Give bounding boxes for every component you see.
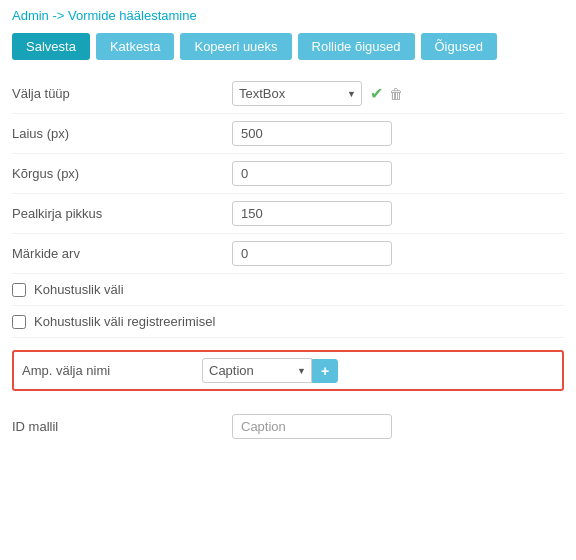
- required-reg-checkbox[interactable]: [12, 315, 26, 329]
- amp-field-plus-button[interactable]: +: [312, 359, 338, 383]
- required-checkbox[interactable]: [12, 283, 26, 297]
- breadcrumb: Admin -> Vormide häälestamine: [0, 0, 576, 27]
- cancel-button[interactable]: Katkesta: [96, 33, 175, 60]
- save-button[interactable]: Salvesta: [12, 33, 90, 60]
- height-input[interactable]: [232, 161, 392, 186]
- rights-button[interactable]: Õigused: [421, 33, 497, 60]
- id-template-label: ID mallil: [12, 419, 232, 434]
- check-icon: ✔: [370, 84, 383, 103]
- height-row: Kõrgus (px): [12, 154, 564, 194]
- title-length-input[interactable]: [232, 201, 392, 226]
- title-length-row: Pealkirja pikkus: [12, 194, 564, 234]
- field-type-select-wrapper: TextBox TextArea Checkbox Select Date: [232, 81, 362, 106]
- required-reg-row: Kohustuslik väli registreerimisel: [12, 306, 564, 338]
- field-type-select[interactable]: TextBox TextArea Checkbox Select Date: [232, 81, 362, 106]
- breadcrumb-page: Vormide häälestamine: [68, 8, 197, 23]
- field-type-label: Välja tüüp: [12, 86, 232, 101]
- roles-button[interactable]: Rollide õigused: [298, 33, 415, 60]
- trash-icon[interactable]: 🗑: [389, 86, 403, 102]
- field-type-row: Välja tüüp TextBox TextArea Checkbox Sel…: [12, 74, 564, 114]
- form-section: Välja tüüp TextBox TextArea Checkbox Sel…: [0, 70, 576, 450]
- amp-field-highlighted: Amp. välja nimi Caption Name Email Phone…: [12, 350, 564, 391]
- char-count-input[interactable]: [232, 241, 392, 266]
- required-row: Kohustuslik väli: [12, 274, 564, 306]
- amp-field-row: Amp. välja nimi Caption Name Email Phone…: [12, 342, 564, 399]
- field-type-wrapper: TextBox TextArea Checkbox Select Date ✔ …: [232, 81, 403, 106]
- breadcrumb-arrow: ->: [52, 8, 68, 23]
- amp-field-label: Amp. välja nimi: [22, 363, 202, 378]
- required-label: Kohustuslik väli: [34, 282, 124, 297]
- char-count-label: Märkide arv: [12, 246, 232, 261]
- width-input[interactable]: [232, 121, 392, 146]
- char-count-row: Märkide arv: [12, 234, 564, 274]
- toolbar: Salvesta Katkesta Kopeeri uueks Rollide …: [0, 27, 576, 70]
- height-label: Kõrgus (px): [12, 166, 232, 181]
- required-reg-label: Kohustuslik väli registreerimisel: [34, 314, 215, 329]
- amp-field-select[interactable]: Caption Name Email Phone: [202, 358, 312, 383]
- copy-button[interactable]: Kopeeri uueks: [180, 33, 291, 60]
- width-label: Laius (px): [12, 126, 232, 141]
- amp-select-inner: Caption Name Email Phone: [202, 358, 312, 383]
- title-length-label: Pealkirja pikkus: [12, 206, 232, 221]
- amp-field-select-wrapper: Caption Name Email Phone +: [202, 358, 338, 383]
- id-template-row: ID mallil: [12, 407, 564, 446]
- breadcrumb-admin: Admin: [12, 8, 49, 23]
- width-row: Laius (px): [12, 114, 564, 154]
- id-template-input[interactable]: [232, 414, 392, 439]
